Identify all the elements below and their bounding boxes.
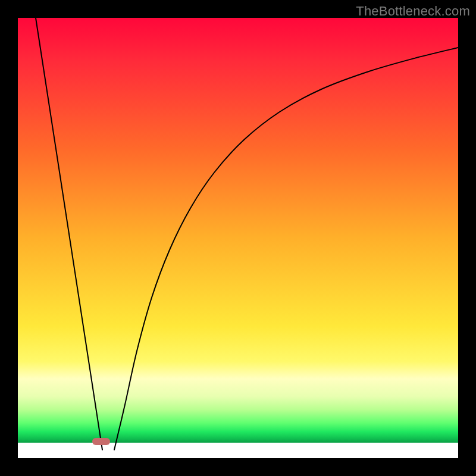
optimal-point-marker bbox=[92, 438, 110, 445]
chart-frame: TheBottleneck.com bbox=[0, 0, 476, 476]
watermark-text: TheBottleneck.com bbox=[356, 4, 470, 19]
curve-left-segment bbox=[36, 18, 102, 450]
plot-area bbox=[18, 18, 458, 458]
bottleneck-curve bbox=[18, 18, 458, 458]
curve-right-segment bbox=[114, 48, 458, 450]
